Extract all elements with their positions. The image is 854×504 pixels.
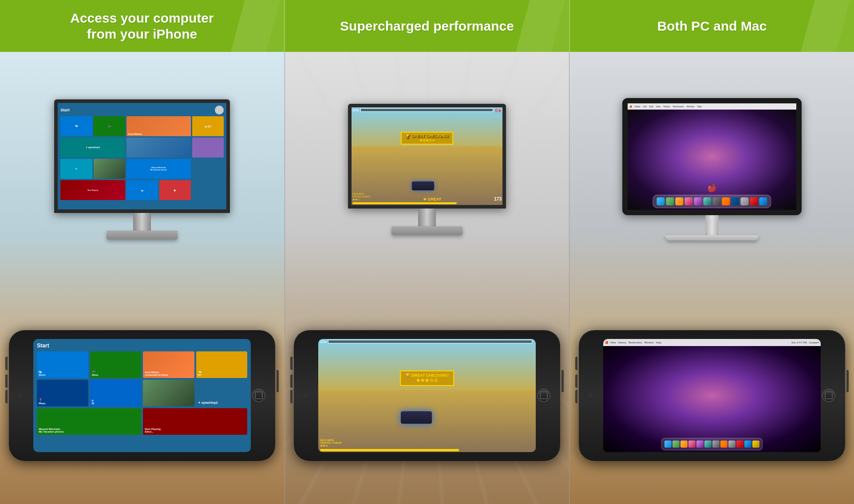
iphone-dock-icon-10 xyxy=(736,441,743,448)
iphone-tile-ie: eIE xyxy=(90,380,142,406)
iphone-game-screen: 1/7₂ 🏆 GREAT CHECKING! ★★★☆☆ xyxy=(318,339,536,452)
iphone-dock-icon-3 xyxy=(680,441,688,448)
win8-tile-photo xyxy=(127,138,191,158)
panel1-top: Start 🛍 🎮 Anne Wallace xyxy=(0,52,285,287)
win8-tile-splashtop: ✦ splashtop2 xyxy=(60,138,125,158)
iphone-panel1: Start 🛍Store 🎮Xbox Anne Wallacecommented… xyxy=(9,330,275,461)
iphone-tile-maps: 📍Maps xyxy=(37,380,88,406)
header-title-2-line1: Supercharged performance xyxy=(340,19,514,33)
iphone-dock-icon-5 xyxy=(696,441,704,448)
mac-light-rays xyxy=(628,103,796,210)
iphone-dock-icon-8 xyxy=(720,441,727,448)
header-title-1-line1: Access your computer xyxy=(70,11,214,25)
panel3-top: 🍎 Safari File Edit View History Bookmark… xyxy=(569,52,854,287)
win8-tile-store: 🛍 xyxy=(60,116,92,136)
main-content: Start 🛍 🎮 Anne Wallace xyxy=(0,52,854,504)
iphone-tile-nowplaying: Now PlayingElton... xyxy=(143,408,247,435)
iphone-tile-photo1 xyxy=(143,380,194,406)
game-hud-top: 1/7₂ 6★ xyxy=(352,108,502,113)
game-car xyxy=(412,181,434,190)
iphone-game-progress xyxy=(320,449,459,451)
iphone-game-score-left: HIGH MISSTRAFFIC CHECK ★★☆ xyxy=(320,439,342,448)
iphone-camera-panel1 xyxy=(19,394,22,397)
iphone-tile-machado: Manuel MachadoMy Vacation photos xyxy=(37,408,141,435)
iphone-mac-dock xyxy=(661,438,763,450)
header-title-3: Both PC and Mac xyxy=(648,18,776,34)
win8-tile-maps: 📍 xyxy=(192,138,224,158)
panel-performance: 1/7₂ 6★ 🏆 GREAT CHECKING! ★★★☆☆ xyxy=(285,52,570,504)
win8-tile-nowplaying: Now Playing xyxy=(60,180,125,200)
iphone-game-banner: 🏆 GREAT CHECKING! ★★★☆☆ xyxy=(400,370,454,386)
header-section-2: Supercharged performance xyxy=(285,0,570,52)
iphone-camera-panel3 xyxy=(589,394,592,397)
monitor-neck-mac xyxy=(705,215,719,235)
dock-icon-notes xyxy=(703,197,711,205)
monitor-pc: Start 🛍 🎮 Anne Wallace xyxy=(54,99,230,240)
win8-start-label: Start xyxy=(60,108,70,112)
dock-icon-appstore xyxy=(722,197,730,205)
iphone-game-pos: 1/7₂ xyxy=(320,340,326,344)
monitor-screen-container-mac: 🍎 Safari File Edit View History Bookmark… xyxy=(622,98,802,215)
header-title-1-line2: from your iPhone xyxy=(87,27,197,41)
panel-pc-mac: 🍎 Safari File Edit View History Bookmark… xyxy=(569,52,854,504)
iphone-screen-panel3: 🍎 View History Bookmarks Window Help Sun… xyxy=(603,339,821,452)
iphone-home-btn-panel1[interactable] xyxy=(252,389,265,402)
monitor-neck-pc xyxy=(133,213,151,231)
header-title-2: Supercharged performance xyxy=(331,18,523,34)
dock-icon-photos xyxy=(750,197,758,205)
iphone-mac-rays xyxy=(603,339,821,452)
monitor-base-game xyxy=(391,226,463,235)
iphone-mac-screen: 🍎 View History Bookmarks Window Help Sun… xyxy=(603,339,821,452)
dock-icon-messages xyxy=(759,197,767,205)
iphone-dock-icon-9 xyxy=(728,441,735,448)
game-position: 1/7₂ xyxy=(352,108,359,113)
iphone-win8-tiles: 🛍Store 🎮Xbox Anne Wallacecommented on Em… xyxy=(37,351,247,435)
win8-tile-weather: ⛅ 61° xyxy=(192,116,224,136)
iphone-panel2: 1/7₂ 🏆 GREAT CHECKING! ★★★☆☆ xyxy=(294,330,560,461)
dock-icon-xcode xyxy=(731,197,739,205)
panel2-bottom: 1/7₂ 🏆 GREAT CHECKING! ★★★☆☆ xyxy=(285,287,569,504)
panel3-bottom: 🍎 View History Bookmarks Window Help Sun… xyxy=(569,287,854,504)
win8-tile-machado: Manuel MachadoMy Vacation photos xyxy=(127,159,191,179)
monitor-screen-container-game: 1/7₂ 6★ 🏆 GREAT CHECKING! ★★★☆☆ xyxy=(348,104,506,209)
dock-icon-trash xyxy=(712,197,720,205)
win8-tile-xbox: 🎮 xyxy=(94,116,125,136)
game-rank: 6★ xyxy=(495,108,502,113)
iphone-dock-icon-6 xyxy=(704,441,712,448)
iphone-panel3: 🍎 View History Bookmarks Window Help Sun… xyxy=(579,330,845,461)
mac-desktop: 🍎 Safari File Edit View History Bookmark… xyxy=(628,103,796,210)
iphone-tile-splashtop: ✦ splashtop2 xyxy=(196,380,248,406)
iphone-home-btn-panel2[interactable] xyxy=(537,389,550,402)
win8-topbar: Start xyxy=(60,106,224,114)
monitor-base-mac xyxy=(665,235,759,240)
iphone-dock-icon-12 xyxy=(752,441,759,448)
monitor-screen-mac: 🍎 Safari File Edit View History Bookmark… xyxy=(628,103,796,210)
monitor-screen-win8: Start 🛍 🎮 Anne Wallace xyxy=(58,103,226,209)
panel2-top: 1/7₂ 6★ 🏆 GREAT CHECKING! ★★★☆☆ xyxy=(285,52,569,287)
game-speed: ★ GREAT xyxy=(423,197,441,201)
dock-icon-mail xyxy=(675,197,683,205)
game-stars: ★★★☆☆ xyxy=(405,138,449,142)
iphone-tile-people: Anne Wallacecommented on Emma xyxy=(143,351,194,378)
monitor-base-pc xyxy=(107,231,178,240)
iphone-win8-screen: Start 🛍Store 🎮Xbox Anne Wallacecommented… xyxy=(33,339,251,452)
monitor-game: 1/7₂ 6★ 🏆 GREAT CHECKING! ★★★☆☆ xyxy=(348,104,506,235)
win8-tile-cloud: ☁ xyxy=(127,180,158,200)
game-hud-bottom: HIGH MISSTRAFFIC CHECK ★★☆ ★ GREAT 173 xyxy=(352,193,502,204)
iphone-tile-1: 🛍Store xyxy=(37,351,88,378)
dock-icon-finder xyxy=(656,197,664,205)
iphone-home-btn-panel3[interactable] xyxy=(822,389,835,402)
win8-user-avatar xyxy=(215,106,224,114)
iphone-camera-panel2 xyxy=(304,394,307,397)
iphone-dock-icon-2 xyxy=(672,441,680,448)
win8-tile-video: ▶ xyxy=(159,180,191,200)
win8-tile-profile xyxy=(94,159,125,179)
iphone-screen-panel1: Start 🛍Store 🎮Xbox Anne Wallacecommented… xyxy=(33,339,251,452)
game-desktop: 1/7₂ 6★ 🏆 GREAT CHECKING! ★★★☆☆ xyxy=(352,107,502,205)
iphone-game-car xyxy=(401,411,432,424)
header-title-3-line1: Both PC and Mac xyxy=(657,19,767,33)
panel-access-iphone: Start 🛍 🎮 Anne Wallace xyxy=(0,52,285,504)
iphone-tile-weather: ⛅61° xyxy=(196,351,248,378)
game-score-panel: HIGH MISSTRAFFIC CHECK ★★☆ xyxy=(352,193,370,201)
iphone-screen-panel2: 1/7₂ 🏆 GREAT CHECKING! ★★★☆☆ xyxy=(318,339,536,452)
